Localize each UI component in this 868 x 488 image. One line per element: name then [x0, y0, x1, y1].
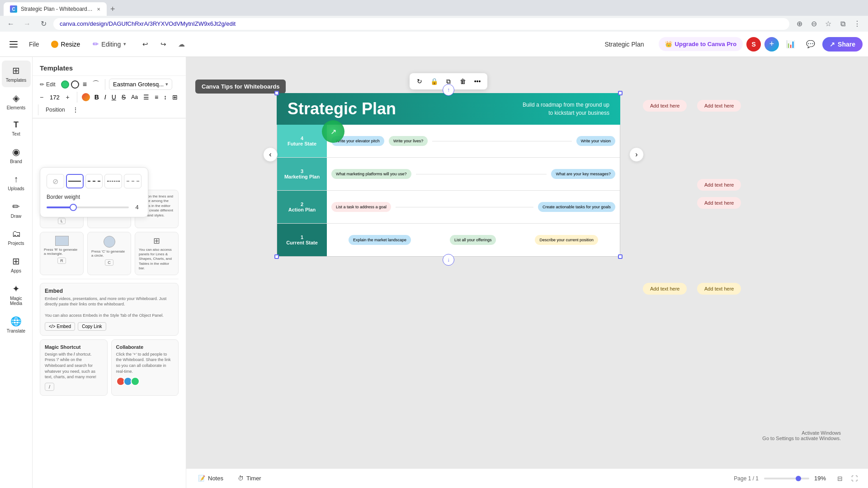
magic-shortcut-card[interactable]: Magic Shortcut Design with the / shortcu…: [40, 339, 108, 396]
lock-element-btn[interactable]: 🔒: [428, 75, 440, 88]
floating-add-text-2[interactable]: Add text here: [697, 100, 741, 112]
add-text-bubble-3[interactable]: Add text here: [697, 179, 741, 191]
timer-button[interactable]: ⏱ Timer: [233, 472, 266, 484]
floating-add-text-4[interactable]: Add text here: [697, 197, 741, 209]
copy-link-btn[interactable]: Copy Link: [78, 322, 106, 331]
font-size-increase[interactable]: +: [62, 92, 73, 103]
move-up-handle[interactable]: ↑: [443, 84, 454, 96]
sp-bubble-position[interactable]: Describe your current position: [535, 235, 598, 245]
zoom-in-icon[interactable]: ⊕: [793, 18, 806, 30]
add-text-bubble-4[interactable]: Add text here: [697, 197, 741, 209]
bookmark-icon[interactable]: ☆: [822, 18, 835, 30]
comments-icon[interactable]: 💬: [802, 36, 819, 52]
border-none-option[interactable]: ⊘: [47, 174, 64, 188]
border-dotted-option[interactable]: [104, 174, 122, 188]
sp-bubble-marketing[interactable]: What marketing platforms will you use?: [331, 169, 411, 179]
italic-button[interactable]: I: [103, 93, 108, 102]
border-solid-option[interactable]: [66, 174, 84, 188]
url-bar[interactable]: [53, 18, 789, 30]
sidebar-item-draw[interactable]: ✏ Draw: [2, 197, 31, 223]
nav-arrow-left[interactable]: ‹: [263, 147, 278, 162]
floating-add-text-1[interactable]: Add text here: [643, 100, 687, 112]
strategic-plan-element[interactable]: ↻ 🔒 ⧉ 🗑 ••• ↑ Strategic Plan Build a roa…: [277, 93, 620, 257]
spacing-button[interactable]: ↕: [162, 93, 169, 102]
undo-button[interactable]: ↩: [138, 37, 152, 52]
grid-view-icon[interactable]: ⊟: [834, 472, 846, 485]
add-team-button[interactable]: +: [764, 37, 779, 52]
resize-button[interactable]: 🔆 Resize: [47, 38, 85, 51]
floating-add-text-3[interactable]: Add text here: [697, 179, 741, 191]
bold-button[interactable]: B: [93, 93, 101, 102]
border-slider-thumb[interactable]: [70, 204, 77, 211]
border-dashed-option[interactable]: [85, 174, 103, 188]
color-picker-white[interactable]: [71, 80, 79, 89]
sidebar-item-translate[interactable]: 🌐 Translate: [2, 311, 31, 338]
upgrade-button[interactable]: 👑 Upgrade to Canva Pro: [659, 37, 743, 51]
sp-bubble-messages[interactable]: What are your key messages?: [551, 169, 615, 179]
rect-card[interactable]: Press 'R' to generate a rectangle. R: [40, 232, 84, 275]
floating-add-text-5[interactable]: Add text here: [643, 283, 687, 295]
add-text-bubble-2[interactable]: Add text here: [697, 100, 741, 112]
sidebar-item-elements[interactable]: ◈ Elements: [2, 88, 31, 115]
embed-btn[interactable]: </> Embed: [45, 322, 75, 331]
zoom-thumb[interactable]: [796, 476, 801, 481]
analytics-icon[interactable]: 📊: [783, 36, 799, 52]
sidebar-item-text[interactable]: T Text: [2, 116, 31, 141]
sp-bubble-vision[interactable]: Write your vision: [576, 136, 615, 146]
add-text-bubble-5[interactable]: Add text here: [643, 283, 687, 295]
add-text-bubble-6[interactable]: Add text here: [697, 283, 741, 295]
font-size-value[interactable]: 172: [48, 94, 61, 101]
line-style-icon[interactable]: ≡: [81, 80, 89, 89]
fullscreen-icon[interactable]: ⛶: [848, 472, 861, 485]
sidebar-item-templates[interactable]: ⊞ Templates: [2, 61, 31, 87]
sel-handle-tr[interactable]: [618, 91, 623, 95]
sp-bubble-actionable[interactable]: Create actionable tasks for your goals: [538, 202, 615, 212]
browser-tab-active[interactable]: C Strategic Plan - Whiteboard - C... ✕: [4, 2, 107, 16]
sp-bubble-market[interactable]: Explain the market landscape: [349, 235, 411, 245]
collaborate-card[interactable]: Collaborate Click the '+' to add people …: [111, 339, 179, 396]
extensions-icon[interactable]: ⧉: [836, 18, 849, 30]
sidebar-item-uploads[interactable]: ↑ Uploads: [2, 169, 31, 196]
notes-button[interactable]: 📝 Notes: [193, 472, 228, 484]
position-button[interactable]: Position: [42, 105, 69, 115]
sel-handle-br[interactable]: [618, 254, 623, 259]
more-element-btn[interactable]: •••: [471, 75, 484, 88]
whiteboard[interactable]: ↗ Canva Tips for Whiteboards ↻ 🔒 ⧉: [186, 57, 868, 468]
zoom-out-icon[interactable]: ⊖: [807, 18, 820, 30]
sidebar-item-projects[interactable]: 🗂 Projects: [2, 224, 31, 250]
refresh-element-btn[interactable]: ↻: [413, 75, 426, 88]
sp-bubble-lives[interactable]: Write your lives?: [389, 136, 428, 146]
more-options-icon[interactable]: ⋮: [71, 105, 80, 114]
border-weight-value[interactable]: 4: [132, 204, 142, 211]
redo-button[interactable]: ↪: [156, 37, 170, 52]
edit-button[interactable]: ✏ Edit: [36, 80, 59, 89]
sel-handle-tl[interactable]: [274, 91, 279, 95]
add-text-bubble-1[interactable]: Add text here: [643, 100, 687, 112]
underline-button[interactable]: U: [110, 93, 118, 102]
hamburger-menu[interactable]: [5, 36, 22, 52]
user-avatar[interactable]: S: [746, 37, 761, 52]
sidebar-item-magic-media[interactable]: ✦ Magic Media: [2, 279, 31, 310]
sel-handle-bl[interactable]: [274, 254, 279, 259]
align-button[interactable]: ☰: [142, 93, 151, 102]
delete-element-btn[interactable]: 🗑: [457, 75, 469, 88]
floating-add-text-6[interactable]: Add text here: [697, 283, 741, 295]
sp-bubble-offerings[interactable]: List all your offerings: [450, 235, 496, 245]
text-color-btn[interactable]: [82, 93, 90, 101]
refresh-button[interactable]: ↻: [37, 18, 50, 30]
cloud-save-icon[interactable]: ☁: [174, 37, 189, 52]
embed-card[interactable]: Embed Embed videos, presentations, and m…: [40, 283, 179, 336]
curve-icon[interactable]: ⌒: [90, 79, 101, 90]
strikethrough-button[interactable]: S: [120, 93, 127, 102]
forward-button[interactable]: →: [21, 18, 33, 30]
new-tab-button[interactable]: +: [107, 3, 119, 16]
nav-arrow-right[interactable]: ›: [629, 147, 644, 162]
zoom-slider[interactable]: [764, 478, 809, 479]
document-title[interactable]: Strategic Plan: [604, 41, 644, 48]
sidebar-item-apps[interactable]: ⊞ Apps: [2, 251, 31, 278]
font-size-decrease[interactable]: −: [36, 92, 47, 103]
border-weight-slider[interactable]: [47, 206, 129, 208]
back-button[interactable]: ←: [5, 18, 17, 30]
sidebar-item-brand[interactable]: ◉ Brand: [2, 142, 31, 169]
sp-bubble-task[interactable]: List a task to address a goal: [331, 202, 391, 212]
